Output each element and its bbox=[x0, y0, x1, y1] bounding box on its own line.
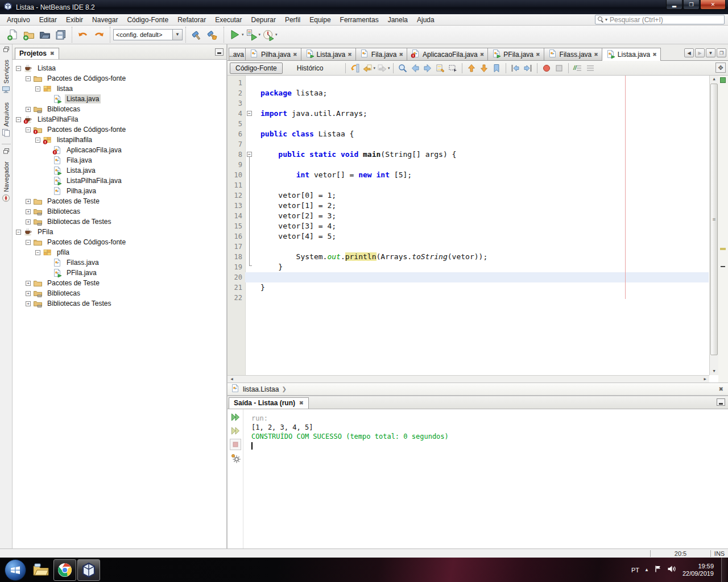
new-file-button[interactable] bbox=[5, 27, 21, 42]
code-text[interactable] bbox=[245, 98, 709, 109]
scroll-right-button[interactable]: ▶ bbox=[695, 48, 705, 57]
tray-expand-icon[interactable]: ▲ bbox=[644, 567, 649, 572]
code-line[interactable]: 13 vetor[1] = 2; bbox=[228, 201, 728, 211]
code-text[interactable]: int vetor[] = new int [5]; bbox=[245, 170, 709, 180]
close-icon[interactable]: ✖ bbox=[299, 400, 304, 406]
code-line[interactable]: 1 bbox=[228, 78, 728, 88]
menu-perfil[interactable]: Perfil bbox=[280, 15, 305, 25]
menu-arquivo[interactable]: Arquivo bbox=[2, 15, 35, 25]
line-number[interactable]: 17 bbox=[228, 242, 245, 252]
sidebar-tab-arquivos[interactable]: Arquivos bbox=[2, 101, 10, 140]
code-line[interactable]: 14 vetor[2] = 3; bbox=[228, 211, 728, 221]
language-indicator[interactable]: PT bbox=[631, 567, 639, 573]
close-icon[interactable]: ✖ bbox=[348, 52, 352, 57]
rect-selection-button[interactable] bbox=[447, 63, 458, 74]
tree-item[interactable]: +Bibliotecas de Testes bbox=[13, 298, 226, 309]
editor-tab----ava[interactable]: ...ava bbox=[229, 48, 246, 60]
close-icon[interactable]: ✖ bbox=[594, 52, 598, 57]
code-line[interactable]: 22 bbox=[228, 293, 728, 303]
tree-expander[interactable]: − bbox=[16, 117, 21, 122]
editor-tab-filass-java[interactable]: Filass.java✖ bbox=[544, 48, 602, 60]
sidebar-tab-serviços[interactable]: Serviços bbox=[2, 58, 10, 97]
close-icon[interactable]: ✖ bbox=[50, 51, 55, 56]
code-line[interactable]: 12 vetor[0] = 1; bbox=[228, 190, 728, 201]
tab-projects[interactable]: Projetos ✖ bbox=[15, 48, 59, 59]
tree-item[interactable]: Filass.java bbox=[13, 257, 226, 268]
stop-macro-button[interactable] bbox=[553, 63, 565, 74]
menu-ajuda[interactable]: Ajuda bbox=[412, 15, 439, 25]
editor-tab-lista-java[interactable]: Lista.java✖ bbox=[301, 48, 356, 60]
run-settings-button[interactable] bbox=[230, 452, 241, 464]
window-restore-icon[interactable] bbox=[3, 46, 10, 55]
code-text[interactable]: } bbox=[245, 282, 709, 293]
code-text[interactable] bbox=[245, 293, 709, 303]
clock[interactable]: 19:59 22/09/2019 bbox=[682, 563, 714, 577]
code-fold-toggle[interactable]: − bbox=[247, 111, 252, 116]
code-text[interactable]: } bbox=[245, 262, 709, 272]
code-line[interactable]: 19 } bbox=[228, 262, 728, 272]
split-editor-button[interactable]: ✥ bbox=[715, 63, 726, 73]
undo-button[interactable] bbox=[75, 27, 91, 42]
line-number[interactable]: 11 bbox=[228, 180, 245, 190]
search-input[interactable]: ▾ Pesquisar (Ctrl+I) bbox=[595, 15, 725, 24]
tab-list-button[interactable]: ▼ bbox=[706, 48, 715, 57]
tree-item[interactable]: −pfila bbox=[13, 247, 226, 257]
minimize-panel-button[interactable] bbox=[717, 398, 725, 406]
code-line[interactable]: 20 bbox=[228, 272, 728, 282]
line-number[interactable]: 12 bbox=[228, 190, 245, 201]
tree-expander[interactable]: + bbox=[26, 281, 31, 286]
tree-item[interactable]: −listapilhafila bbox=[13, 135, 226, 145]
uncomment-button[interactable] bbox=[585, 63, 596, 74]
code-line[interactable]: 4import java.util.Arrays; bbox=[228, 109, 728, 119]
code-text[interactable]: vetor[2] = 3; bbox=[245, 211, 709, 221]
tree-item[interactable]: +Bibliotecas bbox=[13, 288, 226, 298]
code-line[interactable]: 10 int vetor[] = new int [5]; bbox=[228, 170, 728, 180]
code-text[interactable]: public static void main(String[] args) { bbox=[245, 149, 709, 160]
run-button[interactable] bbox=[227, 27, 243, 42]
line-number[interactable]: 8 bbox=[228, 149, 245, 160]
minimize-panel-button[interactable] bbox=[215, 48, 224, 56]
tree-expander[interactable]: + bbox=[26, 199, 31, 204]
code-line[interactable]: 2package listaa; bbox=[228, 88, 728, 98]
line-number[interactable]: 16 bbox=[228, 231, 245, 242]
code-line[interactable]: 7 bbox=[228, 139, 728, 149]
code-line[interactable]: 5 bbox=[228, 119, 728, 129]
tree-item[interactable]: −listaa bbox=[13, 84, 226, 94]
code-line[interactable]: 3 bbox=[228, 98, 728, 109]
tree-item[interactable]: +Pacotes de Teste bbox=[13, 196, 226, 206]
code-line[interactable]: 15 vetor[3] = 4; bbox=[228, 221, 728, 231]
debug-button[interactable] bbox=[244, 27, 260, 42]
tree-item[interactable]: Lista.java bbox=[13, 165, 226, 176]
line-number[interactable]: 6 bbox=[228, 129, 245, 139]
save-all-button[interactable] bbox=[53, 27, 69, 42]
find-selection-button[interactable] bbox=[397, 63, 408, 74]
menu-equipe[interactable]: Equipe bbox=[305, 15, 335, 25]
menu-janela[interactable]: Janela bbox=[383, 15, 412, 25]
show-desktop-button[interactable] bbox=[721, 558, 727, 582]
code-text[interactable]: public class Listaa { bbox=[245, 129, 709, 139]
line-number[interactable]: 15 bbox=[228, 221, 245, 231]
vertical-scrollbar[interactable]: ▲ ▼ bbox=[709, 76, 718, 375]
editor-tab-listaa-java[interactable]: Listaa.java✖ bbox=[602, 48, 661, 61]
code-line[interactable]: 17 bbox=[228, 242, 728, 252]
line-number[interactable]: 2 bbox=[228, 88, 245, 98]
code-text[interactable] bbox=[245, 160, 709, 170]
tree-item[interactable]: −Listaa bbox=[13, 63, 226, 73]
code-text[interactable]: vetor[3] = 4; bbox=[245, 221, 709, 231]
editor-tab-pilha-java[interactable]: Pilha.java✖ bbox=[245, 48, 301, 60]
prev-bookmark-button[interactable] bbox=[466, 63, 477, 74]
config-combo[interactable]: <config. default>▼ bbox=[113, 29, 183, 40]
line-number[interactable]: 1 bbox=[228, 78, 245, 88]
code-line[interactable]: 8 public static void main(String[] args)… bbox=[228, 149, 728, 160]
scroll-right-icon[interactable]: ▶ bbox=[701, 376, 709, 383]
code-text[interactable] bbox=[245, 139, 709, 149]
code-line[interactable]: 18 System.out.println(Arrays.toString(ve… bbox=[228, 252, 728, 262]
menu-executar[interactable]: Executar bbox=[210, 15, 246, 25]
close-icon[interactable]: ✖ bbox=[399, 52, 404, 57]
chevron-down-icon[interactable]: ▼ bbox=[172, 30, 182, 40]
menu-depurar[interactable]: Depurar bbox=[247, 15, 280, 25]
editor-tab-pfila-java[interactable]: PFila.java✖ bbox=[487, 48, 544, 60]
next-bookmark-button[interactable] bbox=[478, 63, 490, 74]
chevron-down-icon[interactable]: ▾ bbox=[388, 66, 390, 70]
code-text[interactable] bbox=[245, 119, 709, 129]
